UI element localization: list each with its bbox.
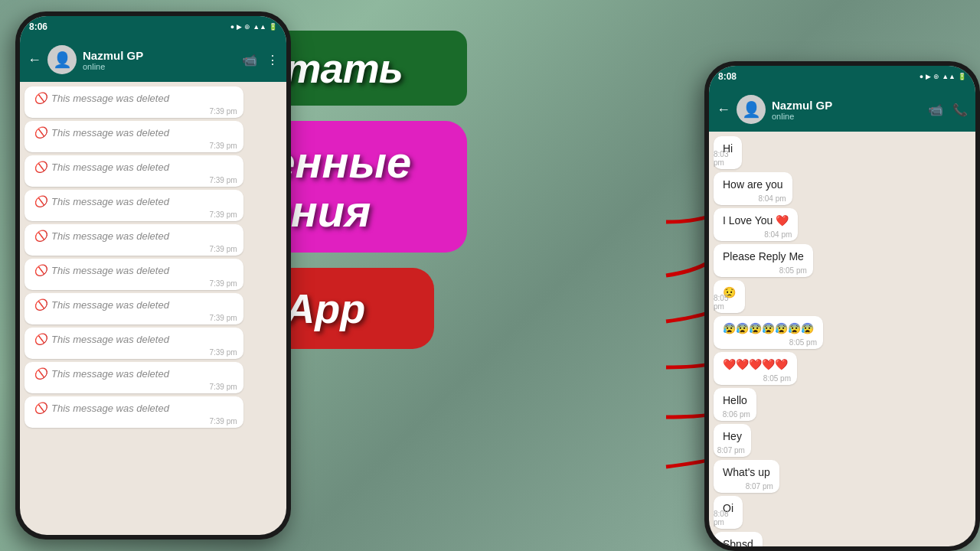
phone2-contact-info: Nazmul GP online [772, 99, 922, 121]
deleted-msg-3: 🚫This message was deleted 7:39 pm [24, 155, 243, 187]
phone2-messages: Hi 8:03 pm How are you 8:04 pm I Love Yo… [709, 132, 975, 546]
phone2-contact-name: Nazmul GP [772, 99, 922, 112]
msg-emoji-cry: 😰😰😰😰😰😰😰 8:05 pm [714, 316, 823, 349]
deleted-msg-5: 🚫This message was deleted 7:39 pm [24, 224, 243, 256]
phone2-chat-header: ← 👤 Nazmul GP online 📹 📞 [709, 87, 975, 132]
phone2: 8:08 ● ▶ ⊕ ▲▲ 🔋 ← 👤 Nazmul GP online 📹 📞 [704, 61, 980, 551]
msg-hi: Hi 8:03 pm [714, 136, 742, 169]
deleted-msg-2: 🚫This message was deleted 7:39 pm [24, 121, 243, 152]
phone2-back-button[interactable]: ← [717, 102, 730, 118]
phone1-status-bar: 8:06 ● ▶ ⊕ ▲▲ 🔋 [20, 16, 286, 37]
deleted-msg-9: 🚫This message was deleted 7:39 pm [24, 362, 243, 393]
deleted-msg-10: 🚫This message was deleted 7:39 pm [24, 396, 243, 428]
msg-love: I Love You ❤️ 8:04 pm [714, 208, 798, 241]
phone1-chat-header: ← 👤 Nazmul GP online 📹 ⋮ [20, 37, 286, 82]
phone1-video-icon[interactable]: 📹 [242, 53, 257, 67]
phone1-header-icons: 📹 ⋮ [242, 53, 279, 67]
phone2-status-icons: ● ▶ ⊕ ▲▲ 🔋 [920, 73, 966, 80]
deleted-msg-7: 🚫This message was deleted 7:39 pm [24, 293, 243, 324]
ban-icon-6: 🚫 [34, 264, 47, 276]
deleted-msg-8: 🚫This message was deleted 7:39 pm [24, 328, 243, 359]
phone2-screen: 8:08 ● ▶ ⊕ ▲▲ 🔋 ← 👤 Nazmul GP online 📹 📞 [709, 66, 975, 546]
phone2-header-icons: 📹 📞 [928, 103, 968, 117]
phone1-messages: 🚫This message was deleted 7:39 pm 🚫This … [20, 82, 286, 535]
phone2-avatar: 👤 [737, 95, 766, 124]
ban-icon-5: 🚫 [34, 230, 47, 242]
ban-icon-3: 🚫 [34, 161, 47, 173]
msg-whatsup: What's up 8:07 pm [714, 460, 779, 493]
msg-sbnsd: Sbnsd 8:08 pm [714, 532, 763, 546]
phone1-contact-info: Nazmul GP online [83, 49, 236, 71]
msg-hello: Hello 8:06 pm [714, 388, 756, 421]
phone2-contact-status: online [772, 112, 922, 121]
ban-icon-2: 🚫 [34, 126, 47, 139]
phone2-time: 8:08 [718, 71, 737, 82]
ban-icon-1: 🚫 [34, 92, 47, 104]
phone1-screen: 8:06 ● ▶ ⊕ ▲▲ 🔋 ← 👤 Nazmul GP online 📹 ⋮ [20, 16, 286, 535]
phone1-avatar: 👤 [47, 45, 77, 74]
msg-please-reply: Please Reply Me 8:05 pm [714, 244, 813, 277]
phone1-back-button[interactable]: ← [28, 52, 41, 68]
phone1-contact-name: Nazmul GP [83, 49, 236, 62]
ban-icon-7: 🚫 [34, 298, 47, 311]
phone1-more-icon[interactable]: ⋮ [266, 53, 279, 67]
ban-icon-8: 🚫 [34, 333, 47, 345]
phone2-status-bar: 8:08 ● ▶ ⊕ ▲▲ 🔋 [709, 66, 975, 87]
phone2-call-icon[interactable]: 📞 [952, 103, 968, 117]
phone1-contact-status: online [83, 62, 236, 71]
phone1: 8:06 ● ▶ ⊕ ▲▲ 🔋 ← 👤 Nazmul GP online 📹 ⋮ [15, 11, 291, 540]
phone2-video-icon[interactable]: 📹 [928, 103, 943, 117]
ban-icon-9: 🚫 [34, 367, 47, 380]
phone1-time: 8:06 [29, 21, 47, 32]
ban-icon-10: 🚫 [34, 402, 47, 414]
msg-how-are-you: How are you 8:04 pm [714, 172, 792, 205]
msg-hearts: ❤️❤️❤️❤️❤️ 8:05 pm [714, 352, 797, 385]
msg-oi: Oi 8:08 pm [714, 496, 743, 529]
ban-icon-4: 🚫 [34, 195, 47, 207]
msg-emoji-sad: 😟 8:05 pm [714, 280, 745, 313]
deleted-msg-6: 🚫This message was deleted 7:39 pm [24, 259, 243, 290]
phone1-status-icons: ● ▶ ⊕ ▲▲ 🔋 [230, 23, 277, 31]
deleted-msg-4: 🚫This message was deleted 7:39 pm [24, 190, 243, 221]
deleted-msg-1: 🚫This message was deleted 7:39 pm [24, 86, 243, 118]
msg-hey: Hey 8:07 pm [714, 424, 751, 457]
